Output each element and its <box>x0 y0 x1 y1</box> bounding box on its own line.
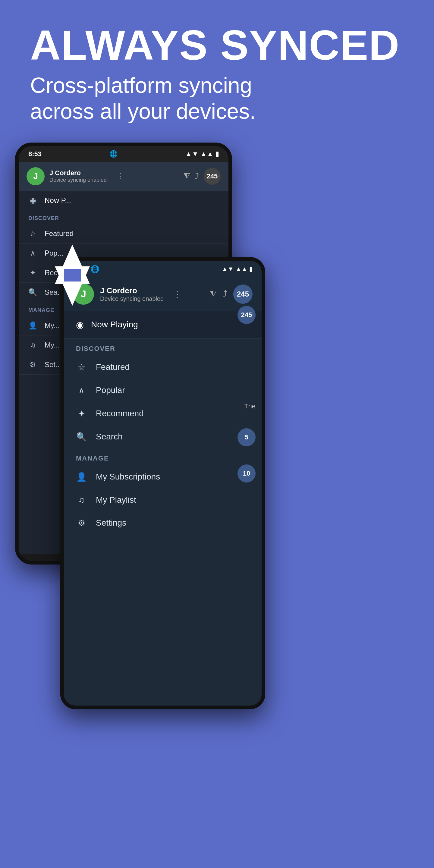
front-featured-label: Featured <box>96 362 130 372</box>
front-username: J Cordero <box>100 286 164 296</box>
front-status-left: 8:53 🌐 <box>73 265 99 273</box>
front-playlist-icon: ♫ <box>76 495 87 505</box>
front-disc-icon: ◉ <box>76 319 84 330</box>
back-popular-label: Pop... <box>44 249 64 257</box>
back-count-badge: 245 <box>204 168 221 185</box>
back-subscriptions-icon: 👤 <box>28 321 37 330</box>
front-avatar: J <box>73 284 94 305</box>
phone-front: 8:53 🌐 ▲▼ ▲▲ ▮ J J Cordero Device syncin… <box>60 257 265 709</box>
front-nav-settings[interactable]: ⚙ Settings <box>64 512 261 535</box>
hero-section: ALWAYS SYNCED Cross-platform syncing acr… <box>0 0 434 143</box>
back-signal-icon: ▲▲ <box>200 150 213 158</box>
hero-title: ALWAYS SYNCED <box>30 24 404 66</box>
back-user-details: J Cordero Device syncing enabled <box>50 169 107 183</box>
front-popular-label: Popular <box>96 385 125 395</box>
right-badge-2: 5 <box>238 428 255 446</box>
front-settings-label: Settings <box>96 518 126 528</box>
back-recommend-icon: ✦ <box>28 269 37 277</box>
front-time: 8:53 <box>73 265 87 273</box>
front-sync-status: Device syncing enabled <box>100 296 164 302</box>
right-badge-1: 245 <box>238 311 255 324</box>
back-disc-icon: ◉ <box>28 196 37 205</box>
front-settings-icon: ⚙ <box>76 518 87 528</box>
back-share-icon[interactable]: ⤴ <box>195 172 199 181</box>
front-nav-drawer: ◉ Now Playing DISCOVER ☆ Featured ∧ Popu… <box>64 311 261 709</box>
back-wifi-icon: ▲▼ <box>185 150 198 158</box>
front-more-icon[interactable]: ⋮ <box>173 289 182 299</box>
front-subscriptions-label: My Subscriptions <box>96 472 160 482</box>
back-filter-icon[interactable]: ⧨ <box>184 172 190 181</box>
front-signal-icon: ▲▲ <box>236 266 247 273</box>
right-panel-badges: 245 The 5 10 <box>213 311 261 489</box>
front-recommend-icon: ✦ <box>76 409 87 418</box>
back-featured-label: Featured <box>44 229 73 238</box>
front-nav-playlist[interactable]: ♫ My Playlist <box>64 489 261 512</box>
front-subscriptions-icon: 👤 <box>76 472 87 482</box>
front-filter-icon[interactable]: ⧨ <box>210 289 217 299</box>
back-header-actions: ⧨ ⤴ 245 <box>184 168 221 185</box>
back-settings-icon: ⚙ <box>28 361 37 369</box>
front-wifi-icon: ▲▼ <box>222 266 234 273</box>
right-badge-3: 10 <box>238 464 255 483</box>
back-settings-label: Set... <box>44 361 61 369</box>
back-star-icon: ☆ <box>28 229 37 238</box>
front-recommend-label: Recommend <box>96 409 144 418</box>
back-status-bar: 8:53 🌐 ▲▼ ▲▲ ▮ <box>19 146 228 162</box>
back-more-icon[interactable]: ⋮ <box>116 172 124 181</box>
front-user-section: J J Cordero Device syncing enabled ⋮ <box>73 284 182 305</box>
front-globe-icon: 🌐 <box>90 265 99 273</box>
back-app-header: J J Cordero Device syncing enabled ⋮ ⧨ ⤴… <box>19 162 228 191</box>
back-popular-icon: ∧ <box>28 249 37 257</box>
back-sync-status: Device syncing enabled <box>50 177 107 183</box>
front-popular-icon: ∧ <box>76 385 87 396</box>
back-np-label: Now P... <box>44 196 71 205</box>
front-playlist-label: My Playlist <box>96 495 136 505</box>
front-star-icon: ☆ <box>76 362 87 372</box>
hero-subtitle: Cross-platform syncing across all your d… <box>30 72 404 124</box>
back-user-section: J J Cordero Device syncing enabled ⋮ <box>27 167 124 185</box>
back-username: J Cordero <box>50 169 107 177</box>
front-search-label: Search <box>96 432 123 441</box>
back-avatar: J <box>27 167 44 185</box>
front-search-icon: 🔍 <box>76 432 87 442</box>
back-discover-label: DISCOVER <box>19 210 228 224</box>
back-playlist-label: My... <box>44 341 60 349</box>
back-nav-now-playing[interactable]: ◉ Now P... <box>19 191 228 210</box>
front-battery-icon: ▮ <box>249 266 253 273</box>
front-np-label: Now Playing <box>91 320 138 330</box>
right-text-1: The <box>244 402 255 410</box>
front-user-details: J Cordero Device syncing enabled <box>100 286 164 302</box>
front-share-icon[interactable]: ⤴ <box>223 289 227 299</box>
phones-container: 8:53 🌐 ▲▼ ▲▲ ▮ J J Cordero Device syncin… <box>0 143 434 842</box>
back-globe-icon: 🌐 <box>110 150 118 158</box>
back-battery-icon: ▮ <box>215 150 219 158</box>
front-status-right: ▲▼ ▲▲ ▮ <box>222 266 253 273</box>
back-playlist-icon: ♫ <box>28 341 37 349</box>
back-time: 8:53 <box>28 150 41 158</box>
back-search-icon: 🔍 <box>28 288 37 297</box>
back-nav-featured[interactable]: ☆ Featured <box>19 224 228 244</box>
back-subscriptions-label: My... <box>44 321 60 330</box>
front-status-bar: 8:53 🌐 ▲▼ ▲▲ ▮ <box>64 261 261 278</box>
